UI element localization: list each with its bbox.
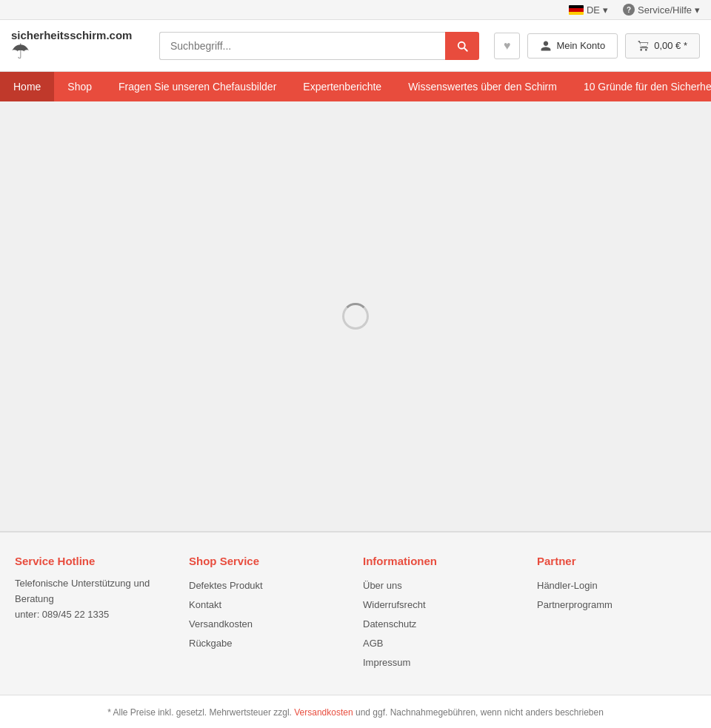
main-nav: Home Shop Fragen Sie unseren Chefausbild… <box>0 72 711 101</box>
nav-item-10gruende[interactable]: 10 Gründe für den Sicherheitsschirm <box>570 72 711 101</box>
lang-label: DE <box>587 4 600 16</box>
footer-columns: Service Hotline Telefonische Unterstützu… <box>0 532 711 695</box>
footer-link-widerrufsrecht[interactable]: Widerrufsrecht <box>363 595 522 615</box>
footer-link-partnerprogramm[interactable]: Partnerprogramm <box>537 595 696 615</box>
footer-link-defektes[interactable]: Defektes Produkt <box>189 576 348 595</box>
nav-item-wissenswertes[interactable]: Wissenswertes über den Schirm <box>395 72 570 101</box>
footer-bottom-versandkosten-link[interactable]: Versandkosten <box>294 707 356 718</box>
search-icon <box>455 39 469 53</box>
footer-col-shop-service: Shop Service Defektes Produkt Kontakt Ve… <box>189 555 348 672</box>
footer-link-agb[interactable]: AGB <box>363 634 522 653</box>
footer-link-versandkosten[interactable]: Versandkosten <box>189 615 348 634</box>
top-bar: DE ▾ ? Service/Hilfe ▾ <box>0 0 711 20</box>
footer-link-haendler-login[interactable]: Händler-Login <box>537 576 696 595</box>
lang-arrow: ▾ <box>603 4 608 16</box>
loading-spinner <box>342 303 369 330</box>
footer-bottom-text-before: * Alle Preise inkl. gesetzl. Mehrwertste… <box>107 707 292 718</box>
service-help-link[interactable]: ? Service/Hilfe ▾ <box>623 4 700 16</box>
nav-label-10gruende: 10 Gründe für den Sicherheitsschirm <box>584 81 711 93</box>
logo-area[interactable]: sicherheitsschirm.com ☂ <box>11 29 144 62</box>
footer: Service Hotline Telefonische Unterstützu… <box>0 531 711 695</box>
footer-bottom-text-after: und ggf. Nachnahmegebühren, wenn nicht a… <box>356 707 604 718</box>
nav-label-shop: Shop <box>67 81 92 93</box>
footer-hotline-heading: Service Hotline <box>15 555 174 567</box>
header-actions: ♥ Mein Konto 0,00 € * <box>494 33 700 59</box>
nav-label-chefausbilder: Fragen Sie unseren Chefausbilder <box>118 81 276 93</box>
footer-link-datenschutz[interactable]: Datenschutz <box>363 615 522 634</box>
heart-icon: ♥ <box>504 39 511 53</box>
footer-informationen-heading: Informationen <box>363 555 522 567</box>
footer-link-kontakt[interactable]: Kontakt <box>189 595 348 615</box>
main-content <box>0 101 711 531</box>
language-selector[interactable]: DE ▾ <box>569 4 608 16</box>
cart-button[interactable]: 0,00 € * <box>625 33 700 59</box>
service-help-label: Service/Hilfe <box>638 4 692 16</box>
footer-link-ueber-uns[interactable]: Über uns <box>363 576 522 595</box>
nav-label-expertenberichte: Expertenberichte <box>303 81 381 93</box>
footer-col-informationen: Informationen Über uns Widerrufsrecht Da… <box>363 555 522 672</box>
footer-link-impressum[interactable]: Impressum <box>363 653 522 672</box>
account-label: Mein Konto <box>556 40 605 51</box>
service-help-arrow: ▾ <box>695 4 700 16</box>
search-area <box>159 32 479 60</box>
nav-label-wissenswertes: Wissenswertes über den Schirm <box>408 81 557 93</box>
cart-label: 0,00 € * <box>654 40 687 51</box>
nav-label-home: Home <box>13 81 41 93</box>
user-icon <box>540 40 552 52</box>
nav-item-home[interactable]: Home <box>0 72 54 101</box>
search-input[interactable] <box>159 32 445 60</box>
header: sicherheitsschirm.com ☂ ♥ Mein Konto 0,0… <box>0 20 711 72</box>
footer-col-partner: Partner Händler-Login Partnerprogramm <box>537 555 696 672</box>
wishlist-button[interactable]: ♥ <box>494 33 521 59</box>
account-button[interactable]: Mein Konto <box>527 33 618 59</box>
footer-bottom: * Alle Preise inkl. gesetzl. Mehrwertste… <box>0 695 711 728</box>
nav-item-expertenberichte[interactable]: Expertenberichte <box>290 72 395 101</box>
footer-hotline-text: Telefonische Unterstützung und Beratung … <box>15 576 174 622</box>
footer-link-rueckgabe[interactable]: Rückgabe <box>189 634 348 653</box>
footer-col-hotline: Service Hotline Telefonische Unterstützu… <box>15 555 174 672</box>
question-icon: ? <box>623 4 635 16</box>
search-button[interactable] <box>445 32 479 60</box>
nav-item-chefausbilder[interactable]: Fragen Sie unseren Chefausbilder <box>105 72 290 101</box>
umbrella-icon: ☂ <box>11 41 30 62</box>
footer-shop-service-heading: Shop Service <box>189 555 348 567</box>
german-flag <box>569 5 584 15</box>
nav-item-shop[interactable]: Shop <box>54 72 105 101</box>
cart-icon <box>638 40 650 52</box>
footer-partner-heading: Partner <box>537 555 696 567</box>
